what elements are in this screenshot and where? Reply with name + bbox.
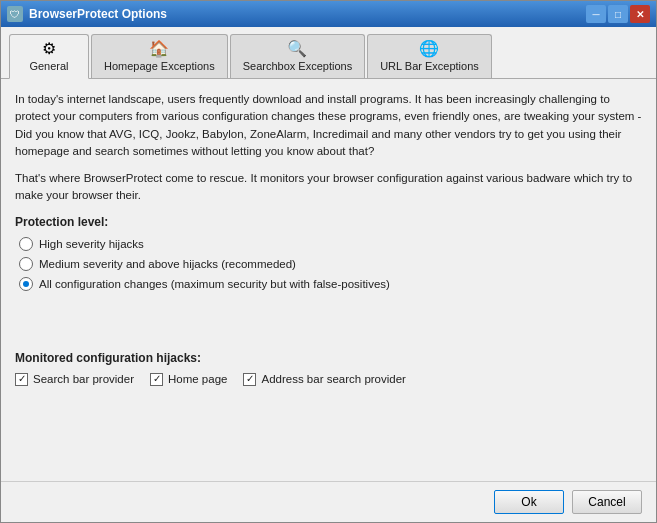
home-page-checkbox bbox=[150, 373, 163, 386]
checkbox-search-bar[interactable]: Search bar provider bbox=[15, 373, 134, 386]
address-bar-checkbox bbox=[243, 373, 256, 386]
radio-all-changes[interactable]: All configuration changes (maximum secur… bbox=[19, 277, 642, 291]
browser-protect-options-window: 🛡 BrowserProtect Options ─ □ ✕ ⚙ General… bbox=[0, 0, 657, 523]
maximize-button[interactable]: □ bbox=[608, 5, 628, 23]
title-bar-left: 🛡 BrowserProtect Options bbox=[7, 6, 167, 22]
protection-level-label: Protection level: bbox=[15, 215, 642, 229]
radio-all-circle bbox=[19, 277, 33, 291]
title-bar: 🛡 BrowserProtect Options ─ □ ✕ bbox=[1, 1, 656, 27]
radio-medium-severity[interactable]: Medium severity and above hijacks (recom… bbox=[19, 257, 642, 271]
radio-high-circle bbox=[19, 237, 33, 251]
close-button[interactable]: ✕ bbox=[630, 5, 650, 23]
cancel-button[interactable]: Cancel bbox=[572, 490, 642, 514]
window-icon: 🛡 bbox=[7, 6, 23, 22]
checkbox-home-page[interactable]: Home page bbox=[150, 373, 227, 386]
radio-high-severity[interactable]: High severity hijacks bbox=[19, 237, 642, 251]
main-content: In today's internet landscape, users fre… bbox=[1, 79, 656, 481]
checkbox-address-bar[interactable]: Address bar search provider bbox=[243, 373, 405, 386]
url-bar-tab-icon: 🌐 bbox=[419, 39, 439, 58]
general-tab-label: General bbox=[29, 60, 68, 72]
radio-all-label: All configuration changes (maximum secur… bbox=[39, 278, 390, 290]
radio-medium-label: Medium severity and above hijacks (recom… bbox=[39, 258, 296, 270]
tab-general[interactable]: ⚙ General bbox=[9, 34, 89, 79]
general-tab-icon: ⚙ bbox=[42, 39, 56, 58]
radio-group: High severity hijacks Medium severity an… bbox=[19, 237, 642, 291]
window-title: BrowserProtect Options bbox=[29, 7, 167, 21]
ok-button[interactable]: Ok bbox=[494, 490, 564, 514]
search-bar-checkbox bbox=[15, 373, 28, 386]
monitored-label: Monitored configuration hijacks: bbox=[15, 351, 642, 365]
checkbox-row: Search bar provider Home page Address ba… bbox=[15, 373, 642, 386]
intro-paragraph-2: That's where BrowserProtect come to resc… bbox=[15, 170, 642, 205]
tab-homepage-exceptions[interactable]: 🏠 Homepage Exceptions bbox=[91, 34, 228, 78]
tab-searchbox-exceptions[interactable]: 🔍 Searchbox Exceptions bbox=[230, 34, 365, 78]
homepage-tab-icon: 🏠 bbox=[149, 39, 169, 58]
tab-url-bar-exceptions[interactable]: 🌐 URL Bar Exceptions bbox=[367, 34, 492, 78]
minimize-button[interactable]: ─ bbox=[586, 5, 606, 23]
radio-high-label: High severity hijacks bbox=[39, 238, 144, 250]
monitored-section: Monitored configuration hijacks: Search … bbox=[15, 351, 642, 386]
intro-paragraph-1: In today's internet landscape, users fre… bbox=[15, 91, 642, 160]
tab-bar: ⚙ General 🏠 Homepage Exceptions 🔍 Search… bbox=[1, 27, 656, 79]
searchbox-tab-label: Searchbox Exceptions bbox=[243, 60, 352, 72]
search-bar-label: Search bar provider bbox=[33, 373, 134, 385]
address-bar-label: Address bar search provider bbox=[261, 373, 405, 385]
homepage-tab-label: Homepage Exceptions bbox=[104, 60, 215, 72]
title-bar-controls: ─ □ ✕ bbox=[586, 5, 650, 23]
footer: Ok Cancel bbox=[1, 481, 656, 522]
radio-medium-circle bbox=[19, 257, 33, 271]
searchbox-tab-icon: 🔍 bbox=[287, 39, 307, 58]
home-page-label: Home page bbox=[168, 373, 227, 385]
url-bar-tab-label: URL Bar Exceptions bbox=[380, 60, 479, 72]
